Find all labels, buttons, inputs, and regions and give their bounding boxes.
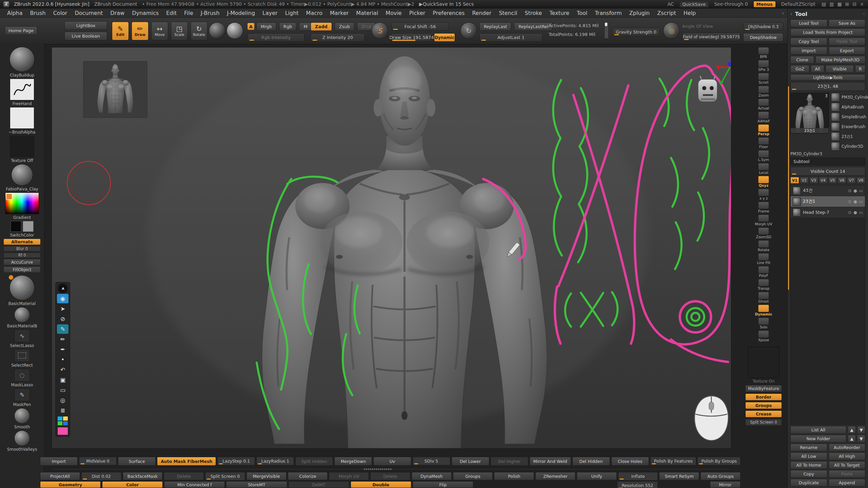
menu-item[interactable]: Color: [50, 10, 71, 16]
document-canvas[interactable]: ➤ ◉ ➤ ⊘ ✎ ✏ ✒ • ↶ ▣: [52, 47, 731, 449]
rf-slider[interactable]: Rf 0: [3, 252, 41, 258]
notes-icon[interactable]: ≣: [57, 406, 68, 415]
m-button[interactable]: M: [299, 22, 312, 31]
menu-item[interactable]: Macro: [302, 10, 326, 16]
bottom-bar-button[interactable]: Inflate: [618, 472, 658, 481]
right-shelf-item[interactable]: Actual: [755, 99, 772, 110]
adjust-last-slider[interactable]: AdjustLast 1: [479, 33, 542, 42]
right-shelf-item[interactable]: AAHalf: [755, 111, 772, 123]
bottom-bar-button[interactable]: MergeDown: [334, 457, 372, 466]
live-boolean-button[interactable]: Live Boolean: [64, 32, 107, 40]
pointer-off-icon[interactable]: ⊘: [57, 314, 68, 324]
stroke-thumbnail[interactable]: [10, 79, 34, 100]
right-shelf-item[interactable]: SPix 3: [755, 60, 772, 72]
move-down-icon[interactable]: ▼: [857, 426, 865, 434]
bottom-bar-button[interactable]: Close Holes: [611, 457, 649, 466]
accucurve-button[interactable]: AccuCurve: [3, 259, 41, 265]
current-color-swatch[interactable]: [57, 427, 68, 435]
goz-all-button[interactable]: All: [811, 65, 824, 73]
bottom-bar-button[interactable]: LazyRadius 1: [256, 457, 294, 465]
eye-icon[interactable]: ⊙: [848, 210, 851, 215]
dot-icon[interactable]: •: [57, 355, 68, 364]
bottom-bar-button[interactable]: Delete: [164, 472, 204, 480]
right-shelf-item[interactable]: Line Fill: [755, 253, 772, 265]
right-shelf-item[interactable]: Dynamic: [755, 305, 772, 317]
bottom-bar-button[interactable]: Mirror And Weld: [530, 457, 571, 466]
camera-icon[interactable]: ◎: [57, 395, 68, 405]
palette-circle-icon[interactable]: ◦: [863, 11, 865, 17]
new-folder-button[interactable]: New Folder: [790, 435, 846, 443]
subtool-version-tab[interactable]: V5: [828, 177, 837, 184]
right-shelf-item[interactable]: Scroll: [755, 73, 772, 85]
texture-preview-thumbnail[interactable]: [748, 347, 780, 378]
smooth-brush-thumbnail[interactable]: [14, 408, 30, 424]
home-page-button[interactable]: Home Page: [5, 26, 37, 35]
menu-item[interactable]: Preferences: [429, 10, 468, 16]
zadd-button[interactable]: Zadd: [311, 22, 332, 31]
mask-lasso-icon[interactable]: ◌: [14, 369, 30, 382]
mrgb-button[interactable]: Mrgb: [256, 22, 276, 31]
panel-grid-icon[interactable]: ▦: [837, 1, 843, 7]
smooth-valleys-thumbnail[interactable]: [14, 430, 30, 446]
eye-icon[interactable]: ⊙: [848, 188, 851, 193]
subtool-version-tab[interactable]: V8: [856, 177, 865, 184]
bottom-bar-button[interactable]: MidValue 0: [79, 457, 117, 465]
bottom-bar-button[interactable]: Polish: [494, 472, 534, 480]
material-preview-icon[interactable]: [209, 22, 225, 39]
right-shelf-item[interactable]: Transp: [755, 279, 772, 291]
alpha-chip[interactable]: A: [248, 23, 254, 30]
menu-item[interactable]: Document: [71, 10, 106, 16]
split-screen-slider[interactable]: Split Screen 0: [745, 419, 782, 426]
close-icon[interactable]: ×: [859, 1, 865, 7]
main-color-swatch[interactable]: [11, 221, 21, 232]
bottom-bar-button[interactable]: Resolution 552: [617, 481, 658, 488]
right-shelf-item[interactable]: L.Sym: [755, 150, 772, 162]
active-tool-thumbnail[interactable]: 3 23건1: [790, 93, 829, 134]
panel-cols-icon[interactable]: ▥: [829, 1, 834, 7]
rgb-intensity-slider[interactable]: Rgb Intensity: [248, 33, 304, 42]
tool-thumbnail[interactable]: SimpleBrush: [831, 113, 868, 121]
import-button[interactable]: Import: [790, 47, 827, 55]
menu-item[interactable]: Movie: [382, 10, 405, 16]
all-to-target-button[interactable]: All To Target: [829, 461, 866, 469]
tool-thumbnail[interactable]: PM3D_Cylinder3: [831, 93, 868, 102]
blur-slider[interactable]: Blur 0: [3, 246, 41, 251]
rgb-button[interactable]: Rgb: [279, 22, 297, 31]
bottom-bar-button[interactable]: Morph UV: [329, 472, 369, 480]
window-plus-icon[interactable]: ⊞: [845, 1, 850, 7]
bottom-bar-button[interactable]: Dist 0.02: [81, 472, 121, 481]
brush-thumbnail[interactable]: [9, 47, 35, 72]
bottom-bar-button[interactable]: Del Hidden: [572, 457, 610, 466]
subtool-version-tab[interactable]: V4: [819, 177, 828, 184]
list-all-button[interactable]: List All: [790, 426, 846, 434]
see-through-slider[interactable]: See-through 0: [714, 1, 748, 7]
draw-mode-button[interactable]: ✏ Draw: [132, 22, 149, 40]
obj-shadow-slider[interactable]: ObjShadow 0.3: [743, 22, 783, 31]
bottom-bar-button[interactable]: Auto Groups: [701, 472, 741, 480]
bottom-bar-button[interactable]: Polish By Features: [650, 457, 696, 465]
basic-material-thumbnail[interactable]: [9, 275, 35, 300]
goz-button[interactable]: GoZ: [790, 65, 809, 73]
mask-pen-icon[interactable]: ✎: [14, 388, 30, 401]
replay-lastrel-button[interactable]: ReplayLastRel: [514, 22, 553, 31]
palette-yellow-swatch[interactable]: [63, 416, 68, 421]
material-thumbnail[interactable]: [11, 164, 33, 186]
bottom-bar-button[interactable]: Min Connected f: [164, 481, 225, 488]
bottom-bar-button[interactable]: StoreMT: [226, 481, 287, 488]
visible-count-slider[interactable]: Visible Count 14: [790, 167, 865, 176]
menu-item[interactable]: Edit: [162, 10, 180, 16]
bottom-bar-button[interactable]: Auto Mask FiberMesh: [157, 457, 216, 466]
alternate-button[interactable]: Alternate: [3, 239, 41, 245]
select-rect-icon[interactable]: [14, 349, 30, 362]
menu-item[interactable]: Brush: [26, 10, 50, 16]
color-picker[interactable]: [5, 192, 39, 214]
zsub-button[interactable]: Zsub: [335, 22, 354, 31]
paste-button[interactable]: Paste: [829, 470, 866, 478]
gradient-preview-icon[interactable]: [226, 22, 243, 39]
rename-button[interactable]: Rename: [790, 444, 827, 451]
mask-by-feature-button[interactable]: MaskByFeature: [745, 385, 782, 392]
screen-icon[interactable]: ▭: [57, 385, 68, 395]
menu-item[interactable]: Tool: [573, 10, 591, 16]
bottom-bar-button[interactable]: ProjectAll: [40, 472, 80, 480]
bottom-bar-button[interactable]: DynaMesh: [412, 472, 452, 480]
